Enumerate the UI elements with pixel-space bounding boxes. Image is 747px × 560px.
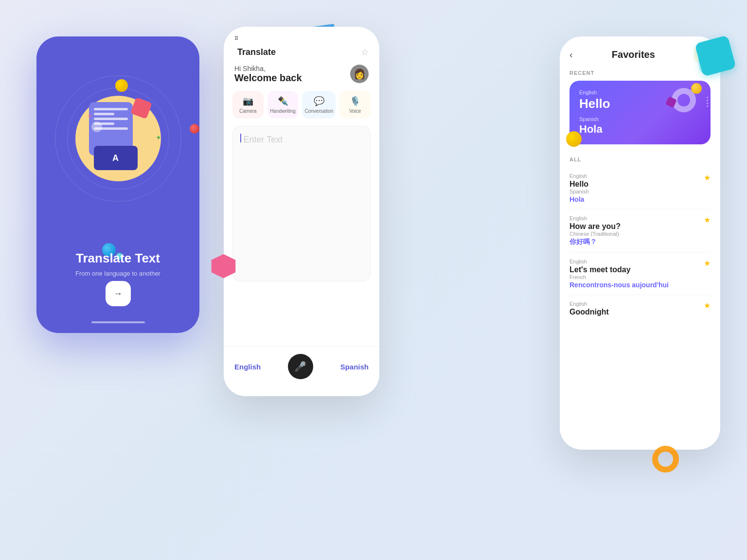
item-target-lang: Spanish <box>569 189 711 194</box>
conversation-label: Conversation <box>304 108 333 114</box>
star-icon[interactable]: ★ <box>704 173 711 182</box>
3d-shapes <box>642 81 711 134</box>
all-section-label: ALL <box>560 154 720 167</box>
list-item[interactable]: English Goodnight ★ <box>569 295 711 322</box>
status-bar: ⠿ <box>224 27 379 42</box>
camera-mode-button[interactable]: 📷 Camera <box>232 91 264 119</box>
language-bar: English 🎤 Spanish <box>224 346 379 396</box>
orb-yellow <box>115 79 128 92</box>
favorites-icon[interactable]: ☆ <box>361 47 369 57</box>
text-input-area[interactable]: Enter Text <box>232 126 371 281</box>
dots-decoration <box>707 97 708 107</box>
recent-section-label: RECENT <box>560 68 720 81</box>
back-button[interactable]: ‹ <box>569 49 573 60</box>
orange-ring-decoration <box>652 446 679 472</box>
phone1-text-block: Translate Text From one language to anot… <box>36 251 199 277</box>
doc-circle <box>91 122 102 132</box>
phone1-title: Translate Text <box>36 251 199 266</box>
conversation-mode-button[interactable]: 💬 Conversation <box>302 91 336 119</box>
recent-card[interactable]: English Hello Spanish Hola <box>569 81 711 144</box>
item-target-lang: Chinese (Traditional) <box>569 231 711 237</box>
phone2-screen: ⠿ Translate ☆ Hi Shikha, Welcome back 👩 … <box>224 27 379 396</box>
list-item[interactable]: English Hello Spanish Hola ★ <box>569 167 711 210</box>
item-target-lang: French <box>569 274 711 280</box>
microphone-button[interactable]: 🎤 <box>288 354 313 379</box>
welcome-block: Hi Shikha, Welcome back <box>234 65 302 84</box>
camera-icon: 📷 <box>243 96 253 106</box>
item-source-lang: English <box>569 301 711 307</box>
voice-icon: 🎙️ <box>350 96 360 106</box>
red-shape-decoration <box>130 97 152 119</box>
phone3-screen: ‹ Favorites ≡ RECENT English Hello Spani… <box>560 36 720 450</box>
doc-card2: A <box>94 146 138 170</box>
handwriting-mode-button[interactable]: ✒️ Handwriting <box>267 91 299 119</box>
doc-line3 <box>94 118 128 120</box>
favorites-header: ‹ Favorites ≡ <box>560 36 720 68</box>
handwriting-label: Handwriting <box>270 108 296 114</box>
greeting-text: Hi Shikha, <box>234 65 302 72</box>
cursor <box>240 134 241 142</box>
orb-red <box>190 124 199 134</box>
app-header: Translate ☆ <box>224 42 379 65</box>
item-target-word: 你好嗎？ <box>569 238 711 246</box>
item-source-lang: English <box>569 173 711 179</box>
doc-line1 <box>94 108 128 110</box>
user-avatar: 👩 <box>350 65 369 83</box>
cyan-shape-inner-decoration <box>697 47 724 73</box>
hex-decoration <box>210 253 237 280</box>
source-language-button[interactable]: English <box>234 363 261 371</box>
list-item[interactable]: English Let's meet today French Rencontr… <box>569 253 711 295</box>
placeholder-text: Enter Text <box>243 135 283 144</box>
item-source-word: How are you? <box>569 222 711 231</box>
icon-area: A <box>79 97 157 175</box>
phone1-subtitle: From one language to another <box>36 270 199 277</box>
item-target-word: Hola <box>569 195 711 203</box>
star-icon[interactable]: ★ <box>704 259 711 268</box>
item-source-lang: English <box>569 215 711 221</box>
target-language-button[interactable]: Spanish <box>340 363 369 371</box>
item-source-lang: English <box>569 259 711 264</box>
item-source-word: Let's meet today <box>569 265 711 274</box>
app-logo: Translate <box>234 47 276 57</box>
voice-mode-button[interactable]: 🎙️ Voice <box>339 91 371 119</box>
mic-icon: 🎤 <box>294 361 306 372</box>
orb-yellow-phone3 <box>566 131 582 147</box>
item-source-word: Hello <box>569 180 711 189</box>
favorites-title: Favorites <box>612 49 655 60</box>
ball-shape <box>691 83 702 94</box>
star-decoration: ✦ <box>156 134 161 141</box>
star-icon[interactable]: ★ <box>704 215 711 225</box>
item-target-word: Rencontrons-nous aujourd'hui <box>569 281 711 289</box>
arrow-icon: → <box>114 289 123 299</box>
star-icon[interactable]: ★ <box>704 301 711 310</box>
svg-marker-0 <box>212 254 236 279</box>
camera-label: Camera <box>239 108 257 114</box>
welcome-text: Welcome back <box>234 72 302 84</box>
avatar-image: 👩 <box>354 68 366 80</box>
phone1-screen: A ✦ + Translate Text From one language t… <box>36 36 199 333</box>
doc-line2 <box>94 113 114 115</box>
handwriting-icon: ✒️ <box>278 96 288 106</box>
list-item[interactable]: English How are you? Chinese (Traditiona… <box>569 210 711 253</box>
mode-buttons-row: 📷 Camera ✒️ Handwriting 💬 Conversation 🎙… <box>224 91 379 126</box>
home-indicator <box>91 321 145 323</box>
voice-label: Voice <box>349 108 361 114</box>
app-name: Translate <box>237 47 276 57</box>
all-items-list: English Hello Spanish Hola ★ English How… <box>560 167 720 322</box>
conversation-icon: 💬 <box>314 96 324 106</box>
item-source-word: Goodnight <box>569 308 711 316</box>
next-button[interactable]: → <box>106 281 131 306</box>
grid-icon: ⠿ <box>234 35 238 42</box>
